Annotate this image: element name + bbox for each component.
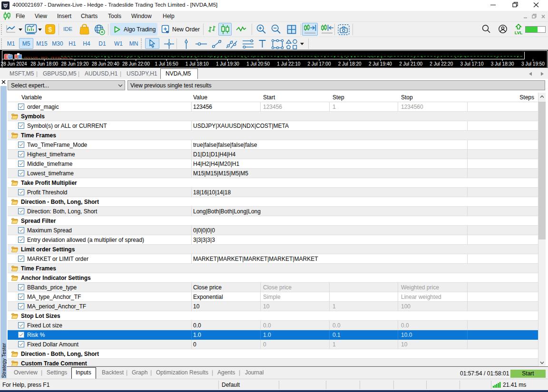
svg-text:NVDA, M5: NVIDIA C: NVDA, M5: NVIDIA C bbox=[24, 54, 73, 60]
svg-text:3 Jul 18:30: 3 Jul 18:30 bbox=[491, 61, 514, 67]
svg-text:28 Jun 18:00: 28 Jun 18:00 bbox=[30, 61, 58, 67]
svg-text:2 Jul 21:00: 2 Jul 21:00 bbox=[399, 61, 422, 67]
svg-text:LVL: LVL bbox=[515, 30, 523, 35]
svg-text:1 Jul 20:50: 1 Jul 20:50 bbox=[246, 61, 270, 67]
svg-text:2 Jul 17:00: 2 Jul 17:00 bbox=[308, 61, 331, 67]
svg-text:2 Jul 18:20: 2 Jul 18:20 bbox=[338, 61, 362, 67]
svg-text:3 Jul 17:10: 3 Jul 17:10 bbox=[460, 61, 484, 67]
svg-text:28 Jun 20:40: 28 Jun 20:40 bbox=[92, 61, 119, 67]
svg-text:1 Jul 18:10: 1 Jul 18:10 bbox=[186, 61, 209, 67]
svg-text:1 Jul 16:50: 1 Jul 16:50 bbox=[155, 61, 178, 67]
svg-text:28 Jun 22:00: 28 Jun 22:00 bbox=[122, 61, 150, 67]
svg-text:2 Jul 19:40: 2 Jul 19:40 bbox=[369, 61, 392, 67]
svg-text:$: $ bbox=[49, 26, 52, 33]
svg-text:3 Jul 19:50: 3 Jul 19:50 bbox=[521, 61, 545, 67]
svg-text:2 Jul 22:20: 2 Jul 22:20 bbox=[430, 61, 453, 67]
svg-text:28 Jun 2024: 28 Jun 2024 bbox=[0, 61, 27, 67]
svg-text:1 Jul 19:30: 1 Jul 19:30 bbox=[216, 61, 239, 67]
svg-text:1 Jul 22:10: 1 Jul 22:10 bbox=[277, 61, 300, 67]
svg-text:28 Jun 19:20: 28 Jun 19:20 bbox=[61, 61, 88, 67]
